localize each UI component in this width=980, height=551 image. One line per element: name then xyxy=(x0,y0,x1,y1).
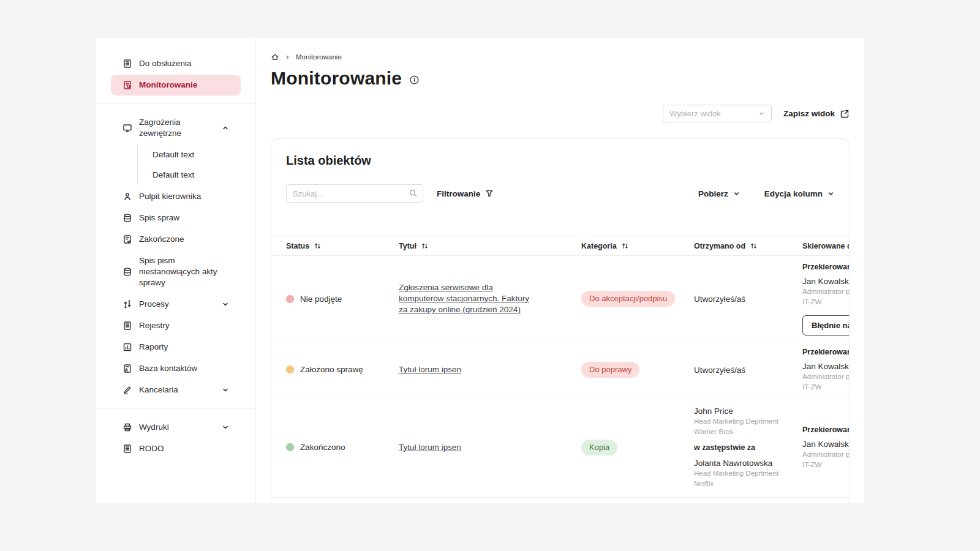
download-label: Pobierz xyxy=(698,189,728,198)
person-icon xyxy=(123,192,132,201)
sidebar-item-rodo[interactable]: RODO xyxy=(111,438,241,459)
search-icon xyxy=(409,189,418,198)
list-toolbar: Filtrowanie Pobierz Edycja kolumn xyxy=(271,184,849,203)
received-from-text: Utworzyłeś/aś xyxy=(694,365,745,375)
document-lines-icon xyxy=(123,59,132,69)
sidebar-subitems: Default text Default text xyxy=(137,144,255,185)
sidebar: Do obsłużenia Monitorowanie Zagrożenia z… xyxy=(96,38,256,503)
bar-chart-icon xyxy=(123,342,132,352)
sidebar-item-label: Raporty xyxy=(139,342,168,353)
app-window: Do obsłużenia Monitorowanie Zagrożenia z… xyxy=(96,38,864,503)
sidebar-item-label: Zakończone xyxy=(139,234,184,245)
chevron-down-icon xyxy=(827,190,834,197)
sort-icon[interactable] xyxy=(314,242,322,250)
chevron-down-icon[interactable] xyxy=(222,386,229,394)
chevron-down-icon[interactable] xyxy=(222,301,229,308)
received-from-org-2: Netflix xyxy=(694,479,802,489)
sidebar-item-wydruki[interactable]: Wydruki xyxy=(111,417,241,438)
edit-columns-label: Edycja kolumn xyxy=(764,189,823,198)
document-lines-icon xyxy=(123,444,132,454)
sidebar-item-do-obsluzenia[interactable]: Do obsłużenia xyxy=(111,53,241,74)
chevron-down-icon[interactable] xyxy=(222,424,229,431)
view-select[interactable]: Wybierz widok xyxy=(663,105,772,122)
directed-to-org: IT-ZW xyxy=(802,460,850,470)
column-header-received-from[interactable]: Otrzymano od xyxy=(694,242,802,250)
sidebar-item-label: Wydruki xyxy=(139,422,169,433)
sort-icon[interactable] xyxy=(621,242,629,250)
sidebar-item-label: Rejestry xyxy=(139,320,170,331)
object-title-link[interactable]: Tytuł lorum ipsen xyxy=(399,364,461,375)
database-icon xyxy=(123,213,132,223)
list-card: Lista obiektów Filtrowanie Pobierz xyxy=(271,138,850,503)
sidebar-item-label: Spis spraw xyxy=(139,212,179,223)
sidebar-subitem-default-text-2[interactable]: Default text xyxy=(138,165,255,185)
column-header-status[interactable]: Status xyxy=(286,242,399,250)
page-title: Monitorowanie xyxy=(271,68,402,89)
table-row[interactable]: Zakończono Tytuł lorum ipsen Kopia John … xyxy=(271,397,850,498)
sidebar-item-monitorowanie[interactable]: Monitorowanie xyxy=(111,75,241,96)
file-check-icon xyxy=(123,234,132,244)
column-header-category[interactable]: Kategoria xyxy=(581,242,694,250)
sidebar-divider xyxy=(96,408,255,409)
save-view-label: Zapisz widok xyxy=(783,109,835,118)
sidebar-item-procesy[interactable]: Procesy xyxy=(111,294,241,315)
column-header-directed-to[interactable]: Skierowane do xyxy=(802,242,850,250)
search-input[interactable] xyxy=(286,184,423,203)
table-header-row: Status Tytuł Kategoria Otrzymano od xyxy=(271,236,850,256)
chevron-down-icon xyxy=(733,190,740,197)
breadcrumb-current[interactable]: Monitorowanie xyxy=(296,53,342,61)
workflow-icon xyxy=(123,299,132,309)
sidebar-item-label: RODO xyxy=(139,443,164,454)
received-from-role-2: Head Marketing Deprtment xyxy=(694,469,802,478)
sort-icon[interactable] xyxy=(421,242,429,250)
directed-to-org: IT-ZW xyxy=(802,383,850,392)
contacts-icon xyxy=(123,364,132,373)
sidebar-item-raporty[interactable]: Raporty xyxy=(111,337,241,358)
chevron-up-icon[interactable] xyxy=(222,124,229,132)
sidebar-item-spis-pism[interactable]: Spis pism niestanowiących akty sprawy xyxy=(111,250,241,293)
table-row[interactable]: Nie podjęte Zgłoszenia serwisowe dla kom… xyxy=(271,256,850,342)
save-view-button[interactable]: Zapisz widok xyxy=(783,109,850,119)
sidebar-item-label: Pulpit kierownika xyxy=(139,191,201,202)
received-from-text: Utworzyłeś/aś xyxy=(694,294,745,304)
sidebar-item-spis-spraw[interactable]: Spis spraw xyxy=(111,208,241,228)
substitute-label: w zastępstwie za xyxy=(694,443,802,452)
category-badge: Kopia xyxy=(581,440,617,455)
sidebar-item-label: Spis pism niestanowiących akty sprawy xyxy=(139,255,229,288)
sidebar-subitem-default-text-1[interactable]: Default text xyxy=(138,144,255,165)
sidebar-item-label: Zagrożenia zewnętrzne xyxy=(139,117,215,139)
sidebar-item-kancelaria[interactable]: Kancelaria xyxy=(111,380,241,400)
sidebar-item-rejestry[interactable]: Rejestry xyxy=(111,315,241,336)
received-from-role: Head Marketing Deprtment xyxy=(694,417,802,426)
info-icon[interactable] xyxy=(409,75,420,85)
list-card-title: Lista obiektów xyxy=(271,154,849,168)
directed-to-role: Administrator po xyxy=(802,450,850,459)
sidebar-item-zakonczone[interactable]: Zakończone xyxy=(111,229,241,250)
object-title-link[interactable]: Tytuł lorum ipsen xyxy=(399,442,461,453)
table-row[interactable]: Założono sprawę Tytuł lorum ipsen Do pop… xyxy=(271,342,850,397)
status-label: Zakończono xyxy=(300,443,345,452)
received-from-name: John Price xyxy=(694,407,802,416)
printer-icon xyxy=(123,422,132,432)
filter-button[interactable]: Filtrowanie xyxy=(437,189,494,198)
object-title-link[interactable]: Zgłoszenia serwisowe dla komputerów stac… xyxy=(399,282,538,316)
view-controls: Wybierz widok Zapisz widok xyxy=(271,105,850,122)
status-dot xyxy=(286,443,294,451)
chevron-down-icon xyxy=(758,110,765,117)
sidebar-item-zagrozenia-zewnetrzne[interactable]: Zagrożenia zewnętrzne xyxy=(111,112,241,144)
column-header-title[interactable]: Tytuł xyxy=(399,242,581,250)
wrong-assignment-button[interactable]: Błędnie nadane xyxy=(802,315,850,335)
objects-table: Status Tytuł Kategoria Otrzymano od xyxy=(271,236,850,498)
sort-icon[interactable] xyxy=(750,242,758,250)
document-lines-icon xyxy=(123,321,132,331)
directed-to-role: Administrator po xyxy=(802,372,850,381)
status-label: Założono sprawę xyxy=(300,365,363,374)
sidebar-item-baza-kontaktow[interactable]: Baza kontaktów xyxy=(111,358,241,379)
home-icon[interactable] xyxy=(271,53,279,61)
sidebar-item-pulpit-kierownika[interactable]: Pulpit kierownika xyxy=(111,186,241,207)
edit-columns-button[interactable]: Edycja kolumn xyxy=(764,189,834,198)
directed-to-name: Jan Kowalski xyxy=(802,440,850,449)
download-button[interactable]: Pobierz xyxy=(698,189,740,198)
sidebar-item-label: Monitorowanie xyxy=(139,80,197,91)
status-label: Nie podjęte xyxy=(300,294,342,304)
